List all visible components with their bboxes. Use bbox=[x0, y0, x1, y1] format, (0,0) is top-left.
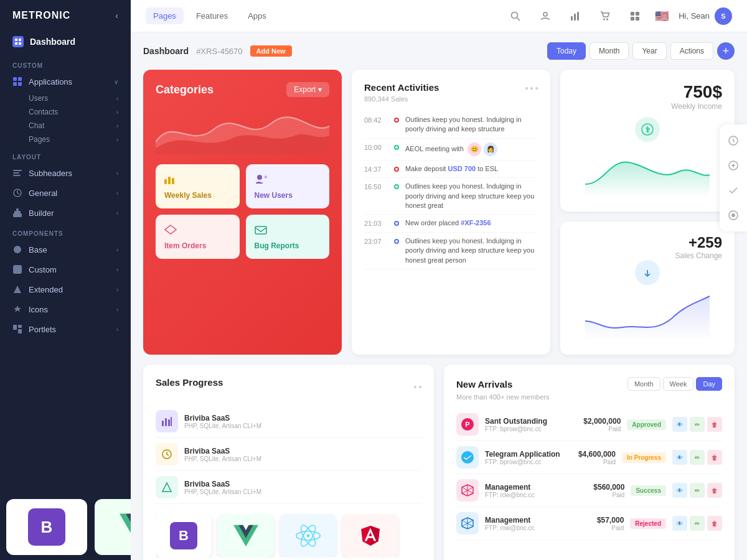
svg-point-29 bbox=[603, 18, 605, 20]
activity-text: Outlines keep you honest. Indulging in p… bbox=[405, 182, 538, 210]
right-icon-2[interactable] bbox=[725, 157, 742, 174]
right-icon-1[interactable] bbox=[725, 132, 742, 149]
svg-rect-21 bbox=[18, 325, 22, 328]
activity-dot bbox=[394, 167, 399, 172]
edit-btn[interactable]: ✏ bbox=[690, 417, 705, 432]
sidebar-collapse-btn[interactable]: ‹ bbox=[115, 11, 118, 21]
day-period-btn[interactable]: Day bbox=[696, 377, 722, 391]
top-navigation: Pages Features Apps 🇺🇸 Hi, Sean bbox=[131, 0, 747, 32]
user-info[interactable]: Hi, Sean S bbox=[679, 7, 732, 25]
badge-success: Success bbox=[631, 485, 666, 496]
sidebar-item-applications[interactable]: Applications ∨ bbox=[0, 72, 131, 91]
item-orders-card[interactable]: Item Orders bbox=[156, 215, 240, 259]
bottom-row: Sales Progress Briviba SaaS PHP, SQLite,… bbox=[143, 365, 735, 560]
extended-icon bbox=[12, 284, 22, 294]
svg-text:P: P bbox=[465, 421, 469, 428]
bootstrap-logo: B bbox=[156, 514, 212, 558]
view-btn[interactable]: 👁 bbox=[672, 516, 687, 531]
sidebar-item-icons[interactable]: Icons › bbox=[0, 299, 131, 319]
icons-icon bbox=[12, 304, 22, 314]
topnav-apps[interactable]: Apps bbox=[240, 7, 274, 24]
edit-btn[interactable]: ✏ bbox=[690, 450, 705, 465]
arrival-name: Sant Outstanding bbox=[485, 417, 577, 426]
activity-text: Make deposit USD 700 to ESL bbox=[405, 164, 498, 174]
weekly-sales-card[interactable]: Weekly Sales bbox=[156, 164, 240, 208]
add-circle-btn[interactable]: + bbox=[717, 42, 735, 60]
week-period-btn[interactable]: Week bbox=[663, 377, 694, 391]
cart-icon[interactable] bbox=[595, 6, 615, 26]
topnav-features[interactable]: Features bbox=[189, 7, 235, 24]
arrival-ftp: FTP: row@bnc.cc bbox=[485, 492, 587, 498]
month-period-btn[interactable]: Month bbox=[627, 377, 660, 391]
actions-btn[interactable]: Actions bbox=[670, 42, 713, 60]
users-icon[interactable] bbox=[535, 6, 555, 26]
month-btn[interactable]: Month bbox=[590, 42, 629, 60]
action-icons-1: 👁 ✏ 🗑 bbox=[672, 417, 722, 432]
breadcrumb-add-btn[interactable]: Add New bbox=[250, 45, 292, 57]
sidebar-item-custom[interactable]: Custom › bbox=[0, 259, 131, 279]
svg-rect-37 bbox=[172, 178, 174, 184]
sidebar-item-portlets[interactable]: Portlets › bbox=[0, 319, 131, 339]
view-btn[interactable]: 👁 bbox=[672, 417, 687, 432]
edit-btn[interactable]: ✏ bbox=[690, 516, 705, 531]
arrival-ftp: FTP: bprow@bnc.cc bbox=[485, 459, 572, 465]
card-menu-dots[interactable] bbox=[525, 87, 538, 90]
action-icons-2: 👁 ✏ 🗑 bbox=[672, 450, 722, 465]
sidebar-item-extended[interactable]: Extended › bbox=[0, 279, 131, 299]
delete-btn[interactable]: 🗑 bbox=[707, 483, 722, 498]
badge-rejected: Rejected bbox=[630, 518, 666, 529]
bar-chart-icon bbox=[164, 173, 231, 187]
categories-title: Categories bbox=[156, 83, 214, 96]
activity-dot-blue bbox=[394, 221, 399, 226]
arrival-name: Management bbox=[485, 516, 591, 525]
view-btn[interactable]: 👁 bbox=[672, 483, 687, 498]
sidebar-sub-pages[interactable]: Pages › bbox=[0, 133, 131, 146]
sidebar-item-base[interactable]: Base › bbox=[0, 240, 131, 259]
year-btn[interactable]: Year bbox=[632, 42, 666, 60]
svg-point-30 bbox=[606, 18, 608, 20]
sales-progress-dots[interactable] bbox=[414, 386, 421, 388]
activity-text: New order placed #XF-2356 bbox=[405, 218, 491, 228]
svg-line-24 bbox=[517, 17, 520, 21]
income-amount: 750$ bbox=[573, 82, 722, 102]
sidebar-dashboard-item[interactable]: Dashboard bbox=[0, 31, 131, 55]
progress-name: Briviba SaaS bbox=[184, 414, 421, 422]
breadcrumb-title: Dashboard bbox=[143, 46, 189, 56]
progress-sub: PHP, SQLite, Artisan CLI+M bbox=[184, 455, 421, 462]
recent-activities-card: Recent Activities 890,344 Sales 08:42 Ou… bbox=[352, 70, 550, 355]
date-filters: Today Month Year Actions + bbox=[547, 42, 735, 60]
badge-progress: In Progress bbox=[622, 452, 666, 463]
sidebar-sub-contacts[interactable]: Contacts › bbox=[0, 105, 131, 119]
new-users-card[interactable]: + New Users bbox=[246, 164, 330, 208]
brand-name: METRONIC bbox=[12, 10, 70, 21]
right-icon-4[interactable] bbox=[725, 207, 742, 224]
sales-icon bbox=[641, 266, 654, 279]
sidebar-item-subheaders[interactable]: Subheaders › bbox=[0, 163, 131, 183]
sidebar-sub-users[interactable]: Users › bbox=[0, 91, 131, 105]
search-icon[interactable] bbox=[505, 6, 525, 26]
sidebar-item-builder[interactable]: Builder › bbox=[0, 203, 131, 223]
delete-btn[interactable]: 🗑 bbox=[707, 417, 722, 432]
view-btn[interactable]: 👁 bbox=[672, 450, 687, 465]
sidebar-item-general[interactable]: General › bbox=[0, 183, 131, 203]
activity-time: 14:37 bbox=[364, 164, 388, 173]
delete-btn[interactable]: 🗑 bbox=[707, 450, 722, 465]
today-btn[interactable]: Today bbox=[547, 42, 586, 60]
activity-dot-green2 bbox=[394, 184, 399, 189]
chart-icon[interactable] bbox=[565, 6, 585, 26]
arrival-amount-1: $2,000,000 Paid bbox=[583, 417, 621, 432]
svg-text:+: + bbox=[264, 174, 267, 180]
sidebar-sub-chat[interactable]: Chat › bbox=[0, 119, 131, 133]
bug-reports-card[interactable]: Bug Reports bbox=[246, 215, 330, 259]
arrival-ftp: FTP: bprow@bnc.cc bbox=[485, 426, 577, 432]
grid-icon[interactable] bbox=[625, 6, 645, 26]
progress-info-1: Briviba SaaS PHP, SQLite, Artisan CLI+M bbox=[184, 414, 421, 429]
sales-progress-title: Sales Progress bbox=[156, 377, 223, 388]
topnav-pages[interactable]: Pages bbox=[146, 7, 184, 24]
arrival-icon-2 bbox=[456, 446, 479, 469]
delete-btn[interactable]: 🗑 bbox=[707, 516, 722, 531]
flag-icon[interactable]: 🇺🇸 bbox=[655, 9, 669, 23]
edit-btn[interactable]: ✏ bbox=[690, 483, 705, 498]
right-icon-3[interactable] bbox=[725, 182, 742, 199]
export-btn[interactable]: Export ▾ bbox=[286, 82, 329, 97]
